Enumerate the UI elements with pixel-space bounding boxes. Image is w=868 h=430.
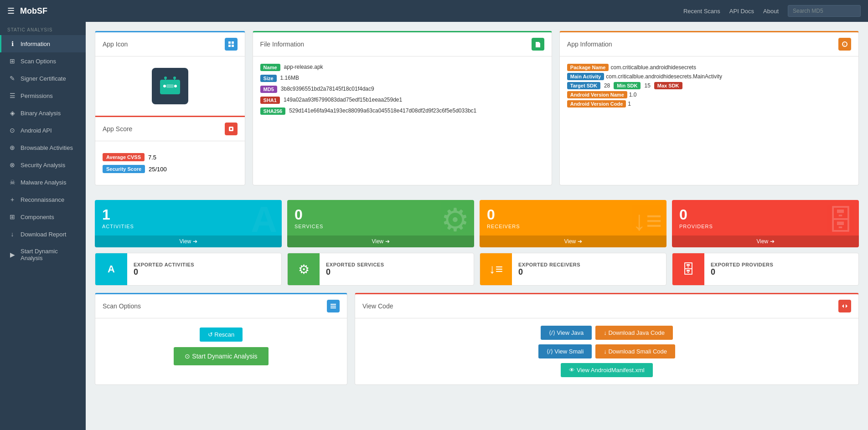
providers-view[interactable]: View ➔ [672,235,859,247]
security-analysis-icon: ⊗ [9,161,16,169]
svg-rect-17 [331,304,336,305]
app-icon-title: App Icon [103,41,128,48]
sidebar-item-security-analysis[interactable]: ⊗ Security Analysis [0,156,86,174]
app-info-header-icon: i [838,38,851,51]
rescan-button[interactable]: ↺ Rescan [200,328,243,342]
activities-stat-card[interactable]: A 1 ACTIVITIES View ➔ [95,200,282,247]
svg-point-10 [163,85,166,87]
bottom-cards-row: Scan Options ↺ Rescan ⊙ Start Dynamic An… [95,293,859,392]
download-smali-button[interactable]: ↓ Download Smali Code [595,344,675,358]
app-info-title: App Information [567,41,612,48]
file-size-value: 1.16MB [280,75,299,81]
sidebar-item-start-dynamic[interactable]: ▶ Start Dynamic Analysis [0,243,86,266]
reconnaissance-icon: + [9,196,16,203]
app-info-body: Package Name com.criticalblue.androidhid… [560,56,858,117]
exported-receivers-card: ↓≡ EXPORTED RECEIVERS 0 [480,253,666,286]
activities-num: 1 [102,207,274,222]
sidebar-item-label: Permissions [21,92,53,99]
svg-text:i: i [844,42,845,46]
scan-options-card: Scan Options ↺ Rescan ⊙ Start Dynamic An… [95,293,347,385]
main-activity-val: com.criticalblue.androidhidesecrets.Main… [606,73,722,80]
scan-options-title: Scan Options [103,302,141,310]
sidebar-item-browsable-activities[interactable]: ⊕ Browsable Activities [0,139,86,156]
scan-buttons: ↺ Rescan ⊙ Start Dynamic Analysis [95,318,347,374]
view-manifest-button[interactable]: 👁 View AndroidManifest.xml [561,363,652,377]
target-sdk-val: 28 [604,82,610,89]
sidebar-item-label: Components [21,214,54,220]
file-info-card: File Information Name app-release.apk Si… [253,31,552,185]
version-code-key: Android Version Code [567,100,626,108]
signer-cert-icon: ✎ [9,75,16,82]
min-sdk-key: Min SDK [614,82,641,89]
view-java-button[interactable]: ⟨/⟩ View Java [541,326,592,340]
view-code-buttons: ⟨/⟩ View Java ↓ Download Java Code ⟨/⟩ V… [355,318,858,384]
svg-marker-20 [842,304,844,308]
sidebar-item-reconnaissance[interactable]: + Reconnaissance [0,191,86,208]
browsable-icon: ⊕ [9,144,16,151]
sidebar-item-label: Security Analysis [21,162,65,169]
services-stat-card[interactable]: ⚙ 0 SERVICES View ➔ [287,200,474,247]
sdk-row: Target SDK 28 Min SDK 15 Max SDK [567,82,851,89]
sidebar-item-signer-cert[interactable]: ✎ Signer Certificate [0,70,86,87]
exp-providers-info: EXPORTED PROVIDERS 0 [704,257,780,282]
sidebar-item-binary-analysis[interactable]: ◈ Binary Analysis [0,104,86,122]
security-score-label: Security Score [103,165,145,173]
malware-analysis-icon: ☠ [9,179,16,186]
sidebar-item-label: Information [21,41,50,47]
file-md5-value: 3b8c9396551bd2a78145f18c01f4dac9 [281,86,374,92]
svg-rect-14 [230,128,232,130]
svg-rect-12 [166,84,174,88]
nav-about[interactable]: About [763,8,779,15]
scan-options-header-icon [327,300,340,312]
search-input[interactable] [788,5,861,17]
nav-api-docs[interactable]: API Docs [729,8,754,15]
exp-receivers-title: EXPORTED RECEIVERS [518,262,580,267]
app-info-card-header: App Information i [560,32,858,56]
sidebar-item-scan-options[interactable]: ⊞ Scan Options [0,52,86,70]
receivers-view[interactable]: View ➔ [480,235,666,247]
nav-recent-scans[interactable]: Recent Scans [683,8,720,15]
main-activity-row: Main Activity com.criticalblue.androidhi… [567,73,851,80]
providers-stat-card[interactable]: 🗄 0 PROVIDERS View ➔ [672,200,859,247]
file-size-row: Size 1.16MB [260,75,544,82]
sidebar-item-information[interactable]: ℹ Information [0,35,86,52]
file-name-row: Name app-release.apk [260,64,544,71]
sidebar-item-components[interactable]: ⊞ Components [0,208,86,225]
package-name-key: Package Name [567,64,609,71]
version-name-key: Android Version Name [567,91,627,98]
download-java-button[interactable]: ↓ Download Java Code [595,326,673,340]
exp-services-title: EXPORTED SERVICES [326,262,384,267]
receivers-stat-card[interactable]: ↓≡ 0 RECEIVERS View ➔ [480,200,666,247]
receivers-bg-icon: ↓≡ [632,205,662,236]
stat-cards-row: A 1 ACTIVITIES View ➔ ⚙ 0 SERVICES View … [95,200,859,247]
version-name-row: Android Version Name 1.0 [567,91,851,98]
main-content: App Icon [86,22,868,430]
file-name-label: Name [260,64,280,71]
avg-cvss-label: Average CVSS [103,153,145,161]
file-info-card-header: File Information [253,32,552,56]
avg-cvss-badge: Average CVSS 7.5 [103,153,238,161]
sidebar-item-android-api[interactable]: ⊙ Android API [0,122,86,139]
view-smali-button[interactable]: ⟨/⟩ View Smali [538,344,592,358]
sidebar-item-permissions[interactable]: ☰ Permissions [0,87,86,104]
sidebar-item-label: Scan Options [21,58,56,65]
sidebar-item-label: Malware Analysis [21,179,66,186]
binary-analysis-icon: ◈ [9,109,16,117]
sidebar-item-label: Android API [21,127,52,134]
exp-services-num: 0 [326,267,384,277]
hamburger-icon[interactable]: ☰ [7,6,15,16]
app-icon-image [152,68,188,104]
sidebar-item-download-report[interactable]: ↓ Download Report [0,225,86,243]
app-icon-card-header: App Icon [95,32,245,56]
exp-providers-num: 0 [711,267,773,277]
scan-options-icon: ⊞ [9,57,16,65]
sidebar-item-malware-analysis[interactable]: ☠ Malware Analysis [0,174,86,191]
activities-label: ACTIVITIES [102,224,274,229]
file-sha1-label: SHA1 [260,97,280,104]
start-dynamic-analysis-button[interactable]: ⊙ Start Dynamic Analysis [174,347,268,365]
file-sha1-value: 149a02aa93f6799083dad75edf15b1eeaa259de1 [284,97,402,103]
file-sha256-row: SHA256 529d141e66fa94a193ec88099a63ca045… [260,108,544,115]
exported-services-card: ⚙ EXPORTED SERVICES 0 [287,253,474,286]
providers-label: PROVIDERS [679,224,852,229]
file-info-header-icon [532,38,544,51]
